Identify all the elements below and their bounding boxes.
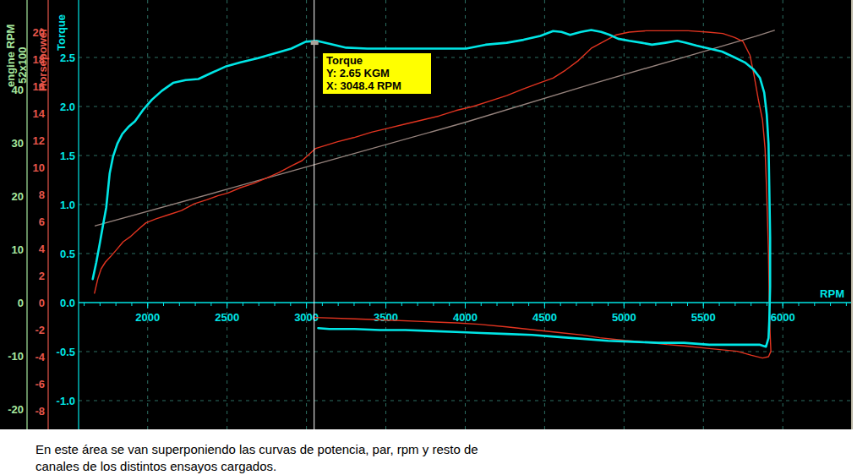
tooltip-x-value: X: 3048.4 RPM bbox=[326, 79, 428, 92]
y-tick-label-hp: -6 bbox=[35, 378, 45, 390]
y-tick-label-hp: 4 bbox=[39, 243, 46, 255]
x-tick-label: 4000 bbox=[453, 311, 478, 324]
x-axis-title: RPM bbox=[820, 287, 844, 300]
cursor-point-marker bbox=[311, 41, 319, 45]
y-tick-label-hp: 8 bbox=[39, 188, 45, 201]
y-tick-label-rpm100: -20 bbox=[8, 403, 24, 416]
y-tick-label-hp: 2 bbox=[39, 270, 45, 282]
y-tick-label-torque: 2.5 bbox=[60, 52, 75, 64]
caption-text: En este área se van superponiendo las cu… bbox=[35, 441, 543, 475]
tooltip-y-value: Y: 2.65 KGM bbox=[326, 67, 428, 79]
y-tick-label-hp: 6 bbox=[39, 216, 45, 228]
y-tick-label-rpm100: -10 bbox=[8, 350, 24, 363]
y-tick-label-torque: 2.0 bbox=[60, 101, 75, 113]
y-tick-label-rpm100: 20 bbox=[12, 190, 24, 203]
x-tick-label: 2000 bbox=[135, 311, 160, 324]
series-rpm100-curve bbox=[96, 30, 775, 226]
y-tick-label-hp: 12 bbox=[33, 134, 45, 147]
x-tick-label: 4500 bbox=[532, 311, 557, 324]
y-axis-title-hp: Horsepower bbox=[36, 28, 49, 91]
x-tick-label: 6000 bbox=[771, 311, 795, 324]
y-tick-label-hp: 0 bbox=[39, 297, 45, 309]
y-tick-label-torque: 1.0 bbox=[60, 199, 75, 211]
y-tick-label-hp: 14 bbox=[33, 107, 46, 120]
y-tick-label-rpm100: 30 bbox=[12, 137, 24, 150]
y-axis-title-torque: Torque bbox=[55, 14, 68, 51]
y-tick-label-rpm100: 10 bbox=[12, 243, 24, 256]
x-tick-label: 5000 bbox=[612, 311, 636, 324]
y-tick-label-torque: 0.0 bbox=[60, 297, 75, 309]
y-tick-label-torque: -0.5 bbox=[57, 346, 75, 358]
y-tick-label-hp: -8 bbox=[35, 405, 45, 418]
y-tick-label-torque: 0.5 bbox=[60, 248, 75, 260]
caption-line-2: canales de los distintos ensayos cargado… bbox=[35, 458, 543, 475]
x-tick-label: 5500 bbox=[691, 311, 716, 324]
cursor-tooltip: Torque Y: 2.65 KGM X: 3048.4 RPM bbox=[322, 52, 432, 95]
x-tick-label: 3500 bbox=[374, 311, 398, 324]
y-axis-title-rpm100: 52x100 bbox=[16, 47, 29, 84]
caption-line-1: En este área se van superponiendo las cu… bbox=[35, 441, 543, 458]
x-tick-label: 2500 bbox=[215, 311, 239, 324]
y-tick-label-hp: -4 bbox=[35, 351, 45, 363]
y-axis-title-rpm100: engine RPM bbox=[4, 25, 17, 87]
dyno-graph-area[interactable]: 403020100-10-20engine RPM52x100201816141… bbox=[0, 0, 853, 429]
tooltip-channel-name: Torque bbox=[326, 54, 428, 67]
y-tick-label-hp: 10 bbox=[33, 161, 45, 174]
y-tick-label-torque: -1.0 bbox=[57, 395, 75, 407]
y-tick-label-hp: -2 bbox=[35, 324, 45, 336]
y-tick-label-torque: 1.5 bbox=[60, 150, 75, 162]
y-tick-label-rpm100: 0 bbox=[18, 297, 24, 309]
